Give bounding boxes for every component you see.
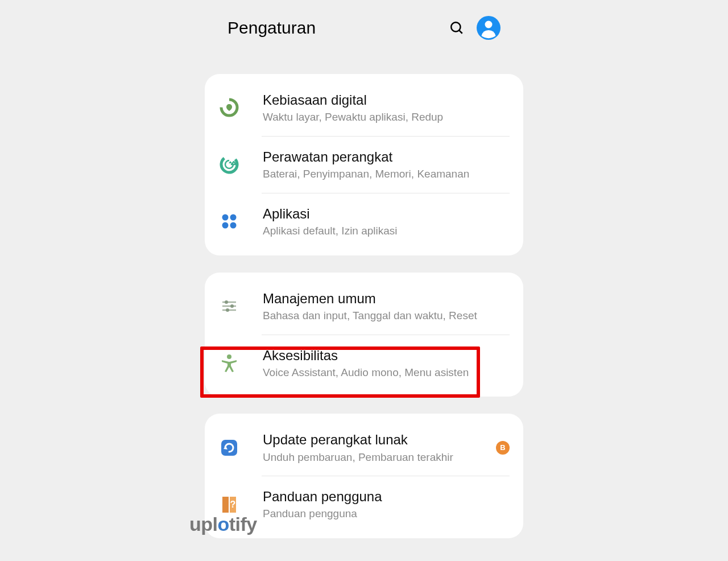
header-actions [449,16,500,40]
svg-point-0 [451,22,460,31]
device-care-icon [220,155,239,174]
svg-point-15 [226,308,229,312]
profile-icon[interactable] [477,16,500,40]
accessibility-icon [220,353,239,373]
svg-point-16 [227,354,231,359]
row-digital-wellbeing[interactable]: Kebiasaan digital Waktu layar, Pewaktu a… [205,80,523,136]
badge: B [496,441,510,455]
row-title: Panduan pengguna [263,488,510,505]
general-management-icon [220,296,239,316]
svg-text:?: ? [230,500,236,509]
svg-point-7 [230,214,237,221]
svg-point-9 [230,222,237,229]
svg-line-1 [459,30,462,33]
svg-point-6 [222,214,229,221]
svg-point-13 [225,300,228,304]
settings-group: Manajemen umum Bahasa dan input, Tanggal… [205,273,523,397]
svg-rect-17 [221,440,237,456]
row-subtitle: Baterai, Penyimpanan, Memori, Keamanan [263,167,510,182]
row-software-update[interactable]: Update perangkat lunak Unduh pembaruan, … [205,419,523,476]
watermark: uplotify [189,513,257,535]
svg-point-8 [222,222,229,229]
page-title: Pengaturan [228,18,316,38]
row-device-care[interactable]: Perawatan perangkat Baterai, Penyimpanan… [205,137,523,193]
row-title: Kebiasaan digital [263,91,510,109]
svg-rect-18 [222,497,229,513]
svg-point-3 [485,21,493,28]
settings-header: Pengaturan [205,6,523,57]
row-subtitle: Panduan pengguna [263,507,510,521]
row-apps[interactable]: Aplikasi Aplikasi default, Izin aplikasi [205,193,523,250]
svg-point-14 [230,304,234,308]
settings-group: Kebiasaan digital Waktu layar, Pewaktu a… [205,74,523,255]
row-title: Update perangkat lunak [263,431,490,448]
digital-wellbeing-icon [220,98,239,117]
user-guide-icon: ? [220,495,239,514]
row-accessibility[interactable]: Aksesibilitas Voice Assistant, Audio mon… [205,335,523,391]
row-subtitle: Aplikasi default, Izin aplikasi [263,224,510,238]
row-subtitle: Waktu layar, Pewaktu aplikasi, Redup [263,110,510,125]
search-icon[interactable] [449,20,464,35]
row-subtitle: Unduh pembaruan, Pembaruan terakhir [263,451,490,465]
row-title: Aplikasi [263,205,510,222]
row-title: Perawatan perangkat [263,148,510,166]
apps-icon [220,212,239,231]
row-title: Aksesibilitas [263,346,510,364]
row-title: Manajemen umum [263,290,510,307]
software-update-icon [220,438,239,457]
row-general-management[interactable]: Manajemen umum Bahasa dan input, Tanggal… [205,278,523,335]
row-subtitle: Bahasa dan input, Tanggal dan waktu, Res… [263,309,510,323]
row-subtitle: Voice Assistant, Audio mono, Menu asiste… [263,366,510,380]
